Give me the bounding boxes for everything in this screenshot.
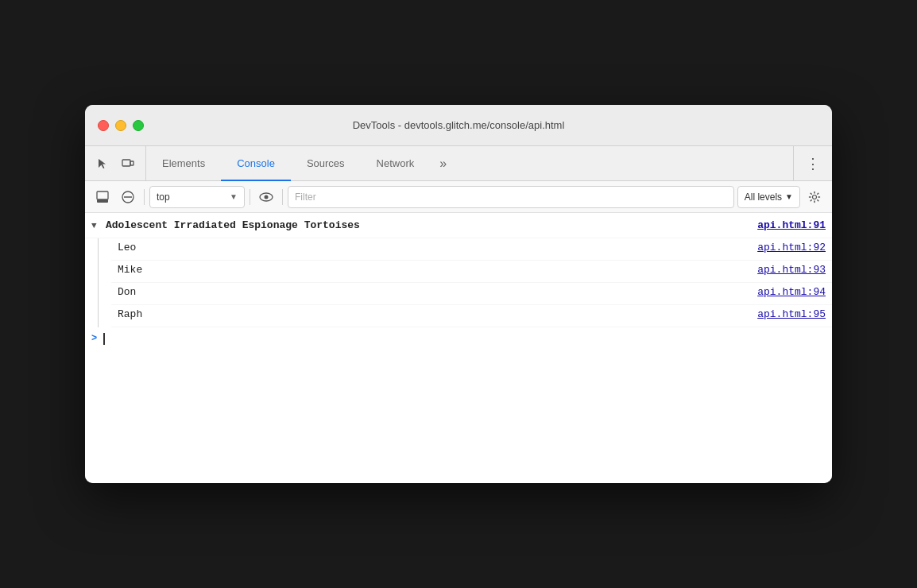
tab-network[interactable]: Network (361, 147, 431, 181)
minimize-button[interactable] (115, 120, 126, 131)
context-caret-icon: ▼ (230, 192, 238, 201)
cursor-icon (96, 157, 109, 170)
item-leo-link[interactable]: api.html:92 (745, 242, 826, 253)
tab-console[interactable]: Console (221, 147, 291, 181)
show-drawer-button[interactable] (91, 186, 114, 208)
levels-caret-icon: ▼ (785, 192, 793, 201)
toolbar-divider-1 (144, 189, 145, 205)
console-input-row[interactable]: > (85, 327, 832, 350)
log-levels-selector[interactable]: All levels ▼ (737, 186, 800, 208)
drawer-icon (96, 191, 109, 203)
filter-input[interactable]: Filter (288, 186, 734, 208)
gear-icon (808, 191, 821, 203)
clear-icon (122, 191, 134, 203)
input-cursor (103, 333, 105, 345)
device-toggle-button[interactable] (117, 153, 139, 175)
devtools-window: DevTools - devtools.glitch.me/console/ap… (85, 105, 832, 483)
group-header-text: Adolescent Irradiated Espionage Tortoise… (106, 219, 745, 231)
context-selector[interactable]: top ▼ (149, 186, 245, 208)
more-tabs-button[interactable]: » (430, 146, 456, 180)
tab-sources[interactable]: Sources (291, 147, 361, 181)
responsive-icon (122, 157, 134, 170)
table-row: Raph api.html:95 (111, 305, 832, 327)
maximize-button[interactable] (133, 120, 144, 131)
eye-icon (259, 191, 273, 203)
tab-menu: ⋮ (793, 146, 832, 180)
item-mike: Mike (118, 264, 745, 276)
filter-placeholder: Filter (295, 191, 316, 203)
context-value: top (157, 191, 170, 203)
tabs-container: Elements Console Sources Network » (146, 146, 793, 180)
window-title: DevTools - devtools.glitch.me/console/ap… (353, 119, 565, 131)
svg-rect-1 (130, 161, 133, 165)
devtools-menu-button[interactable]: ⋮ (802, 153, 824, 175)
group-header-link[interactable]: api.html:91 (745, 219, 826, 231)
group-items-container: Leo api.html:92 Mike api.html:93 Don api… (111, 238, 832, 327)
console-output: ▼ Adolescent Irradiated Espionage Tortoi… (85, 213, 832, 483)
console-group-header: ▼ Adolescent Irradiated Espionage Tortoi… (85, 216, 832, 238)
tab-elements[interactable]: Elements (146, 147, 221, 181)
toolbar-divider-3 (282, 189, 283, 205)
item-mike-link[interactable]: api.html:93 (745, 264, 826, 276)
titlebar: DevTools - devtools.glitch.me/console/ap… (85, 105, 832, 146)
table-row: Don api.html:94 (111, 283, 832, 305)
table-row: Mike api.html:93 (111, 261, 832, 283)
eye-button[interactable] (255, 186, 277, 208)
console-group-items: Leo api.html:92 Mike api.html:93 Don api… (85, 238, 832, 327)
console-toolbar: top ▼ Filter All levels ▼ (85, 181, 832, 213)
traffic-lights (98, 120, 144, 131)
clear-console-button[interactable] (117, 186, 139, 208)
svg-rect-0 (122, 160, 130, 166)
item-don: Don (118, 286, 745, 298)
svg-point-8 (813, 195, 817, 199)
svg-rect-3 (97, 199, 108, 203)
item-leo: Leo (118, 242, 745, 253)
svg-point-7 (265, 195, 269, 199)
input-arrow-icon: > (91, 333, 97, 344)
cursor-icon-button[interactable] (91, 153, 114, 175)
toolbar-divider-2 (250, 189, 250, 205)
svg-rect-2 (97, 191, 108, 199)
tab-icons (85, 146, 146, 180)
item-don-link[interactable]: api.html:94 (745, 286, 826, 298)
close-button[interactable] (98, 120, 109, 131)
table-row: Leo api.html:92 (111, 238, 832, 261)
settings-button[interactable] (803, 186, 826, 208)
tabbar: Elements Console Sources Network » ⋮ (85, 146, 832, 181)
item-raph-link[interactable]: api.html:95 (745, 308, 826, 320)
item-raph: Raph (118, 308, 745, 320)
expand-arrow-icon[interactable]: ▼ (91, 221, 103, 230)
levels-value: All levels (745, 191, 782, 203)
indent-line (98, 238, 99, 327)
